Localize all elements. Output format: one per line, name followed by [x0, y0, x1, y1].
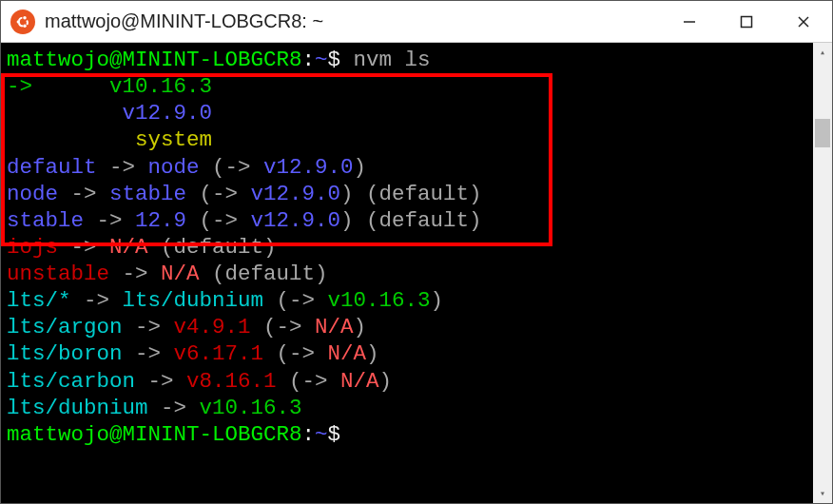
arrow-txt: ->	[97, 155, 148, 180]
system-label: system	[135, 127, 212, 152]
close-button[interactable]	[775, 1, 832, 42]
na-1: N/A	[109, 235, 148, 260]
ver-129: 12.9	[135, 208, 186, 233]
na-5: N/A	[340, 369, 379, 394]
ver-10a: v10.16.3	[328, 288, 431, 313]
lts-boron: lts/boron	[7, 341, 123, 366]
alias-iojs: iojs	[7, 235, 58, 260]
terminal-window: mattwojo@MININT-LOBGCR8: ~ mattwojo@MINI…	[0, 0, 833, 504]
ubuntu-icon	[10, 10, 35, 34]
lts-star: lts/*	[7, 288, 71, 313]
scroll-down-icon[interactable]: ▾	[813, 484, 832, 503]
scroll-up-icon[interactable]: ▴	[813, 43, 832, 62]
window-title: mattwojo@MININT-LOBGCR8: ~	[45, 10, 661, 32]
alias-stable: stable	[7, 208, 84, 233]
window-controls	[661, 1, 832, 42]
paren-l: (->	[200, 155, 264, 180]
minimize-button[interactable]	[661, 1, 718, 42]
lts-dubnium-1: lts/dubnium	[123, 288, 264, 313]
maximize-button[interactable]	[718, 1, 775, 42]
ver-10b: v10.16.3	[200, 396, 302, 420]
node-word: node	[148, 155, 200, 180]
na-3: N/A	[315, 315, 354, 339]
tag-default: (default)	[354, 182, 482, 206]
lts-argon: lts/argon	[7, 315, 123, 339]
alias-default: default	[7, 155, 97, 180]
svg-point-1	[23, 15, 26, 18]
lts-carbon: lts/carbon	[7, 369, 135, 394]
na-2: N/A	[161, 262, 200, 286]
version-10: v10.16.3	[109, 74, 212, 99]
ver-12c: v12.9.0	[251, 208, 341, 233]
ver-6171: v6.17.1	[174, 341, 264, 366]
terminal-area: mattwojo@MININT-LOBGCR8:~$ nvm ls -> v10…	[1, 43, 832, 503]
typed-command: nvm ls	[340, 48, 431, 72]
terminal-content[interactable]: mattwojo@MININT-LOBGCR8:~$ nvm ls -> v10…	[1, 43, 813, 503]
prompt-path: ~	[315, 48, 328, 72]
scroll-thumb[interactable]	[815, 119, 830, 147]
ver-8161: v8.16.1	[186, 369, 277, 394]
alias-unstable: unstable	[7, 262, 109, 286]
minimize-icon	[683, 15, 696, 29]
prompt-dollar: $	[328, 48, 341, 72]
vertical-scrollbar[interactable]: ▴ ▾	[813, 43, 832, 503]
maximize-icon	[740, 15, 753, 29]
lts-dubnium-2: lts/dubnium	[7, 396, 148, 420]
ver-12a: v12.9.0	[263, 155, 354, 180]
svg-point-2	[23, 24, 26, 27]
close-icon	[797, 15, 810, 29]
version-12: v12.9.0	[123, 101, 213, 126]
prompt-userhost: mattwojo@MININT-LOBGCR8	[7, 48, 302, 72]
alias-node: node	[7, 182, 58, 206]
selected-arrow: ->	[7, 74, 32, 99]
svg-rect-4	[742, 16, 752, 27]
paren-r: )	[354, 155, 367, 180]
ver-12b: v12.9.0	[251, 182, 341, 206]
na-4: N/A	[328, 341, 367, 366]
prompt-sep: :	[302, 48, 316, 72]
prompt2-userhost: mattwojo@MININT-LOBGCR8	[7, 422, 302, 447]
titlebar[interactable]: mattwojo@MININT-LOBGCR8: ~	[1, 1, 832, 43]
stable-word: stable	[109, 182, 186, 206]
ver-491: v4.9.1	[174, 315, 251, 339]
